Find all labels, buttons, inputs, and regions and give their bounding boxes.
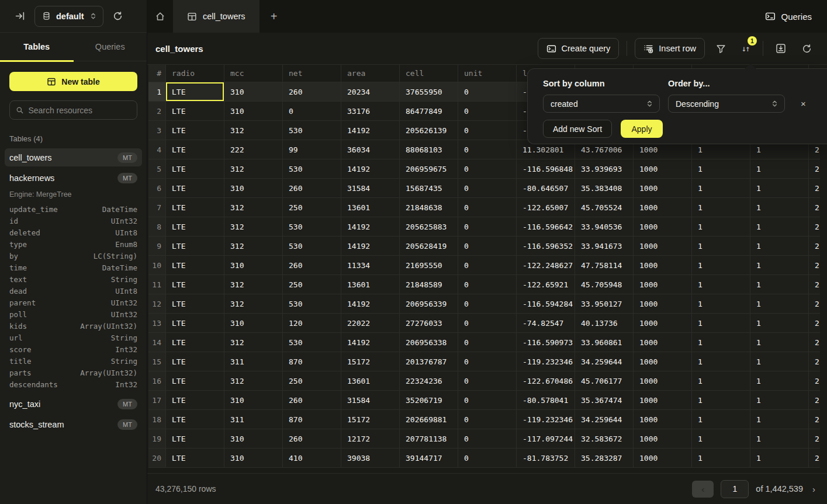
grid-cell[interactable]: 1: [692, 294, 750, 314]
grid-cell[interactable]: 530: [283, 159, 341, 179]
grid-cell[interactable]: 47.758114: [575, 256, 634, 275]
grid-cell[interactable]: 2: [809, 237, 820, 256]
filter-button[interactable]: [711, 39, 731, 58]
new-tab-button[interactable]: +: [259, 0, 289, 33]
sort-button[interactable]: ↓↑ 1: [735, 39, 755, 58]
grid-cell[interactable]: 0: [458, 82, 517, 102]
grid-cell[interactable]: 1: [750, 198, 809, 217]
sidebar-item-nyc-taxi[interactable]: nyc_taxi MT: [5, 395, 142, 413]
grid-cell[interactable]: 1000: [634, 449, 692, 468]
grid-cell[interactable]: 21848638: [400, 198, 458, 217]
grid-cell[interactable]: 2: [809, 294, 820, 314]
grid-cell[interactable]: 410: [283, 449, 341, 468]
queries-button[interactable]: Queries: [765, 0, 812, 33]
grid-cell[interactable]: -116.594284: [517, 294, 575, 314]
grid-cell[interactable]: 33.960861: [575, 333, 634, 352]
grid-cell[interactable]: 20234: [341, 82, 400, 102]
grid-cell[interactable]: LTE: [166, 449, 224, 468]
grid-cell[interactable]: -116.596352: [517, 237, 575, 256]
grid-cell[interactable]: 310: [224, 256, 283, 275]
selected-cell[interactable]: LTE: [166, 82, 224, 102]
grid-cell[interactable]: 311: [224, 410, 283, 429]
grid-cell[interactable]: 530: [283, 294, 341, 314]
grid-cell[interactable]: 99: [283, 140, 341, 159]
grid-cell[interactable]: 250: [283, 275, 341, 294]
grid-cell[interactable]: 1000: [634, 314, 692, 333]
grid-cell[interactable]: 312: [224, 294, 283, 314]
grid-cell[interactable]: 33.939693: [575, 159, 634, 179]
grid-cell[interactable]: -122.65007: [517, 198, 575, 217]
grid-cell[interactable]: LTE: [166, 275, 224, 294]
grid-cell[interactable]: 1: [692, 391, 750, 410]
grid-cell[interactable]: 1000: [634, 256, 692, 275]
grid-cell[interactable]: 530: [283, 237, 341, 256]
grid-cell[interactable]: 207781138: [400, 429, 458, 449]
grid-cell[interactable]: -122.670486: [517, 371, 575, 391]
grid-cell[interactable]: 14192: [341, 294, 400, 314]
grid-cell[interactable]: 40.13736: [575, 314, 634, 333]
grid-cell[interactable]: 1000: [634, 333, 692, 352]
grid-cell[interactable]: 1: [750, 294, 809, 314]
grid-cell[interactable]: LTE: [166, 237, 224, 256]
grid-cell[interactable]: 1: [750, 237, 809, 256]
column-header-mcc[interactable]: mcc: [224, 65, 283, 82]
grid-cell[interactable]: 2: [809, 256, 820, 275]
grid-cell[interactable]: 31584: [341, 391, 400, 410]
grid-cell[interactable]: 312: [224, 159, 283, 179]
grid-cell[interactable]: LTE: [166, 314, 224, 333]
grid-cell[interactable]: 1: [692, 256, 750, 275]
refresh-table-button[interactable]: [797, 39, 816, 58]
grid-cell[interactable]: 1: [692, 449, 750, 468]
database-selector[interactable]: default: [34, 6, 103, 27]
grid-cell[interactable]: 1: [750, 314, 809, 333]
grid-cell[interactable]: LTE: [166, 391, 224, 410]
grid-cell[interactable]: 222: [224, 140, 283, 159]
grid-cell[interactable]: 14192: [341, 121, 400, 140]
grid-cell[interactable]: 32.583672: [575, 429, 634, 449]
grid-cell[interactable]: -116.590973: [517, 333, 575, 352]
add-new-sort-button[interactable]: Add new Sort: [543, 120, 612, 138]
grid-cell[interactable]: 12172: [341, 429, 400, 449]
grid-cell[interactable]: -119.232346: [517, 352, 575, 371]
grid-cell[interactable]: 0: [458, 314, 517, 333]
grid-cell[interactable]: 1: [692, 198, 750, 217]
grid-cell[interactable]: -74.82547: [517, 314, 575, 333]
grid-cell[interactable]: 0: [458, 294, 517, 314]
grid-cell[interactable]: 33.950127: [575, 294, 634, 314]
sidebar-item-hackernews[interactable]: hackernews MT: [5, 169, 142, 187]
grid-cell[interactable]: 206959675: [400, 159, 458, 179]
grid-cell[interactable]: 201376787: [400, 352, 458, 371]
grid-cell[interactable]: 312: [224, 217, 283, 237]
grid-cell[interactable]: 1: [692, 237, 750, 256]
collapse-sidebar-icon[interactable]: [12, 8, 28, 25]
grid-cell[interactable]: 1: [692, 410, 750, 429]
grid-cell[interactable]: 530: [283, 121, 341, 140]
grid-cell[interactable]: 1000: [634, 159, 692, 179]
grid-cell[interactable]: LTE: [166, 198, 224, 217]
grid-cell[interactable]: LTE: [166, 159, 224, 179]
grid-cell[interactable]: 260: [283, 256, 341, 275]
grid-cell[interactable]: 250: [283, 198, 341, 217]
grid-cell[interactable]: 870: [283, 352, 341, 371]
grid-cell[interactable]: 11334: [341, 256, 400, 275]
grid-cell[interactable]: 1000: [634, 391, 692, 410]
grid-cell[interactable]: 260: [283, 179, 341, 198]
column-header-unit[interactable]: unit: [458, 65, 517, 82]
grid-cell[interactable]: 2: [809, 217, 820, 237]
grid-cell[interactable]: 39038: [341, 449, 400, 468]
grid-cell[interactable]: 312: [224, 333, 283, 352]
grid-cell[interactable]: -116.596642: [517, 217, 575, 237]
grid-cell[interactable]: 22022: [341, 314, 400, 333]
grid-cell[interactable]: 13601: [341, 198, 400, 217]
grid-cell[interactable]: 0: [458, 410, 517, 429]
grid-cell[interactable]: 1000: [634, 275, 692, 294]
grid-cell[interactable]: -81.783752: [517, 449, 575, 468]
grid-cell[interactable]: 1: [750, 391, 809, 410]
sidebar-tab-queries[interactable]: Queries: [74, 33, 147, 61]
grid-cell[interactable]: 33.940536: [575, 217, 634, 237]
grid-cell[interactable]: -122.248627: [517, 256, 575, 275]
grid-cell[interactable]: -119.232346: [517, 410, 575, 429]
grid-cell[interactable]: 33.941673: [575, 237, 634, 256]
grid-cell[interactable]: 34.259644: [575, 352, 634, 371]
grid-cell[interactable]: 530: [283, 217, 341, 237]
